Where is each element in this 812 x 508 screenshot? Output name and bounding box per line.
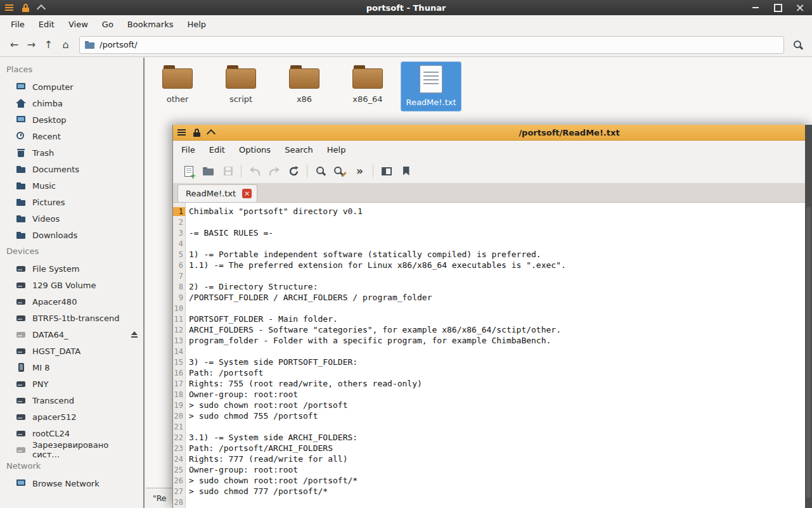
find-replace-button[interactable] bbox=[330, 162, 350, 180]
drive-icon bbox=[16, 346, 26, 356]
new-document-button[interactable] bbox=[179, 162, 198, 180]
more-tools-button[interactable]: » bbox=[350, 162, 370, 180]
lock-icon[interactable] bbox=[22, 4, 30, 12]
editor-scrollbar[interactable] bbox=[805, 125, 812, 508]
sidebar-device-129gb[interactable]: 129 GB Volume bbox=[0, 277, 143, 293]
line-number: 19 bbox=[173, 401, 185, 410]
sidebar-item-videos[interactable]: Videos bbox=[0, 210, 143, 227]
maximize-button[interactable] bbox=[771, 2, 785, 13]
line-text: Rights: 777 (read/write for all) bbox=[185, 454, 347, 464]
open-file-button[interactable] bbox=[198, 162, 218, 180]
home-button[interactable]: ⌂ bbox=[57, 36, 74, 53]
code-line: 16Path: /portsoft bbox=[173, 367, 805, 378]
file-script[interactable]: script bbox=[210, 61, 271, 108]
menu-search[interactable]: Search bbox=[278, 143, 320, 156]
sidebar-device-apacer480[interactable]: Apacer480 bbox=[0, 293, 143, 310]
file-label: other bbox=[167, 94, 189, 104]
line-number: 8 bbox=[173, 283, 185, 291]
sidebar-item-home[interactable]: chimba bbox=[0, 95, 143, 111]
find-button[interactable] bbox=[311, 162, 330, 180]
sidebar-item-label: Recent bbox=[32, 132, 61, 141]
menu-help[interactable]: Help bbox=[320, 143, 353, 156]
line-number: 25 bbox=[173, 466, 185, 474]
code-line: 4 bbox=[173, 238, 805, 249]
path-bar[interactable]: /portsoft/ bbox=[79, 36, 784, 54]
eject-icon[interactable] bbox=[131, 331, 138, 338]
file-x86[interactable]: x86 bbox=[274, 61, 335, 108]
line-number: 28 bbox=[173, 498, 185, 507]
search-button[interactable] bbox=[789, 36, 806, 53]
close-button[interactable]: × bbox=[793, 2, 807, 13]
code-line: 24Rights: 777 (read/write for all) bbox=[173, 454, 805, 464]
sidebar-item-browse-network[interactable]: Browse Network bbox=[0, 475, 143, 492]
menu-edit[interactable]: Edit bbox=[32, 18, 61, 31]
line-text: > sudo chown root:root /portsoft bbox=[185, 400, 347, 410]
menu-bookmarks[interactable]: Bookmarks bbox=[120, 18, 181, 31]
tab-readme[interactable]: ReadMe!.txt × bbox=[177, 184, 257, 202]
up-button[interactable]: ↑ bbox=[40, 36, 57, 53]
forward-button[interactable]: → bbox=[23, 36, 40, 53]
sidebar-device-data64[interactable]: DATA64_ bbox=[0, 326, 143, 343]
side-pane-button[interactable] bbox=[377, 162, 396, 180]
sidebar-item-pictures[interactable]: Pictures bbox=[0, 194, 143, 210]
sidebar-device-filesystem[interactable]: File System bbox=[0, 260, 143, 277]
file-readme-selected[interactable]: ReadMe!.txt bbox=[401, 61, 461, 111]
sidebar-item-music[interactable]: Music bbox=[0, 177, 143, 194]
sidebar-device-rootcl24[interactable]: rootCL24 bbox=[0, 425, 143, 441]
window-menu-icon[interactable] bbox=[177, 129, 186, 136]
lock-icon[interactable] bbox=[193, 129, 201, 137]
line-number: 13 bbox=[173, 336, 185, 345]
scrollbar-thumb[interactable] bbox=[806, 207, 811, 498]
redo-button[interactable] bbox=[264, 162, 284, 180]
menu-go[interactable]: Go bbox=[95, 18, 120, 31]
sidebar-item-label: chimba bbox=[32, 99, 63, 108]
line-number: 1 bbox=[173, 207, 185, 216]
sidebar-device-btrfs[interactable]: BTRFS-1tb-transcend bbox=[0, 310, 143, 326]
bookmark-button[interactable] bbox=[396, 162, 416, 180]
sidebar-item-desktop[interactable]: Desktop bbox=[0, 111, 143, 128]
tab-close-button[interactable]: × bbox=[242, 189, 252, 198]
menu-help[interactable]: Help bbox=[180, 18, 213, 31]
save-button[interactable] bbox=[218, 162, 238, 180]
sidebar-item-label: Apacer480 bbox=[32, 297, 77, 307]
sidebar-item-label: Videos bbox=[32, 214, 60, 224]
sidebar-device-mi8[interactable]: MI 8 bbox=[0, 359, 143, 376]
drive-icon bbox=[16, 329, 26, 340]
line-text: Path: /portsoft bbox=[185, 368, 263, 378]
shade-icon[interactable] bbox=[37, 4, 46, 13]
editor-menubar: File Edit Options Search Help bbox=[173, 141, 812, 159]
sidebar-item-recent[interactable]: Recent bbox=[0, 128, 143, 144]
sidebar-device-apacer512[interactable]: apacer512 bbox=[0, 409, 143, 425]
window-menu-icon[interactable] bbox=[5, 4, 13, 11]
menu-view[interactable]: View bbox=[61, 18, 95, 31]
menu-file[interactable]: File bbox=[174, 143, 202, 156]
minimize-button[interactable] bbox=[749, 2, 763, 13]
line-text: > sudo chmod 755 /portsoft bbox=[185, 411, 318, 421]
menu-edit[interactable]: Edit bbox=[202, 143, 232, 156]
line-number: 17 bbox=[173, 379, 185, 388]
file-x86-64[interactable]: x86_64 bbox=[337, 61, 398, 108]
line-number: 5 bbox=[173, 250, 185, 259]
back-button[interactable]: ← bbox=[6, 36, 23, 53]
reload-button[interactable] bbox=[284, 162, 304, 180]
line-number: 10 bbox=[173, 304, 185, 313]
code-line: 223.1) -= System side ARCHI_FOLDERS: bbox=[173, 432, 805, 443]
sidebar-device-reserved[interactable]: Зарезервировано сист… bbox=[0, 441, 143, 458]
file-other[interactable]: other bbox=[147, 61, 208, 108]
sidebar-device-transcend[interactable]: Transcend bbox=[0, 392, 143, 409]
menu-file[interactable]: File bbox=[4, 18, 32, 31]
menu-options[interactable]: Options bbox=[232, 143, 278, 156]
shade-icon[interactable] bbox=[207, 129, 216, 137]
sidebar-item-documents[interactable]: Documents bbox=[0, 161, 143, 177]
sidebar-item-label: File System bbox=[32, 264, 79, 274]
line-number: 18 bbox=[173, 390, 185, 399]
sidebar-item-computer[interactable]: Computer bbox=[0, 79, 143, 95]
undo-button[interactable] bbox=[245, 162, 264, 180]
line-text: 3.1) -= System side ARCHI_FOLDERS: bbox=[185, 433, 358, 442]
sidebar-device-hgst[interactable]: HGST_DATA bbox=[0, 343, 143, 359]
sidebar-item-downloads[interactable]: Downloads bbox=[0, 227, 143, 243]
phone-icon bbox=[16, 362, 26, 372]
editor-text-area[interactable]: 1Chimbalix "portsoft" directory v0.1 2 3… bbox=[173, 203, 805, 508]
sidebar-device-pny[interactable]: PNY bbox=[0, 376, 143, 392]
sidebar-item-trash[interactable]: Trash bbox=[0, 144, 143, 161]
